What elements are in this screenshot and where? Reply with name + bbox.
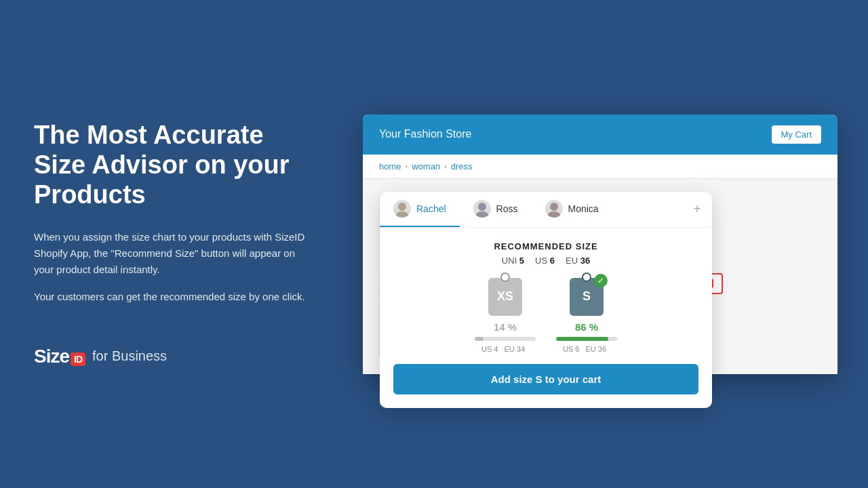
- sub-sizes-xs: US 4 EU 34: [481, 345, 529, 353]
- tab-label-ross: Ross: [496, 203, 518, 214]
- tag-xs: XS: [487, 277, 524, 317]
- logo-area: SizeID for Business: [34, 346, 312, 367]
- breadcrumb: home › woman › dress: [363, 155, 837, 179]
- breadcrumb-woman[interactable]: woman: [412, 161, 440, 171]
- tab-monica[interactable]: Monica: [532, 192, 612, 227]
- tab-ross[interactable]: Ross: [460, 192, 532, 227]
- size-system-eu: EU 36: [566, 256, 590, 266]
- logo-for-business: for Business: [92, 348, 167, 364]
- store-header: Your Fashion Store My Cart: [363, 115, 837, 155]
- rec-title: RECOMMENDED SIZE: [393, 241, 698, 251]
- rec-sizes-row: UNI 5 US 6 EU 36: [393, 256, 698, 266]
- size-system-uni: UNI 5: [502, 256, 524, 266]
- store-window: Your Fashion Store My Cart home › woman …: [363, 115, 837, 374]
- progress-s: [556, 337, 617, 341]
- body-text-1: When you assign the size chart to your p…: [34, 229, 312, 278]
- svg-point-3: [398, 203, 406, 211]
- left-panel: The Most Accurate Size Advisor on your P…: [0, 80, 346, 407]
- headline: The Most Accurate Size Advisor on your P…: [34, 121, 312, 209]
- size-system-us: US 6: [535, 256, 555, 266]
- right-panel: Your Fashion Store My Cart home › woman …: [346, 101, 868, 388]
- avatar-rachel: [393, 200, 411, 218]
- logo-size-text: SizeID: [34, 346, 85, 367]
- sub-eu-s: EU 36: [585, 345, 606, 353]
- fill-s: [556, 337, 608, 341]
- recommendation-popup: Rachel Ross Monica +: [380, 192, 712, 408]
- tab-label-rachel: Rachel: [416, 203, 446, 214]
- rec-option-s: S ✓ 86 % US 6 EU 36: [556, 277, 617, 353]
- tab-label-monica: Monica: [568, 203, 599, 214]
- sub-sizes-s: US 6 EU 36: [563, 345, 610, 353]
- breadcrumb-home[interactable]: home: [379, 161, 401, 171]
- popup-body: RECOMMENDED SIZE UNI 5 US 6 EU 36 XS: [380, 228, 712, 408]
- rec-add-to-cart-button[interactable]: Add size S to your cart: [393, 364, 698, 394]
- progress-xs: [475, 337, 536, 341]
- pct-xs: 14 %: [494, 321, 517, 333]
- size-val-us: 6: [550, 256, 555, 266]
- svg-point-8: [548, 211, 560, 218]
- check-badge-s: ✓: [594, 274, 608, 287]
- pct-s: 86 %: [575, 321, 598, 333]
- sep-1: ›: [406, 162, 408, 170]
- avatar-monica: [545, 200, 563, 218]
- sub-us-xs: US 4: [481, 345, 498, 353]
- mycart-button[interactable]: My Cart: [772, 125, 822, 144]
- svg-point-6: [476, 211, 488, 218]
- popup-tabs: Rachel Ross Monica +: [380, 192, 712, 228]
- tag-body-xs: XS: [488, 278, 522, 316]
- svg-point-7: [550, 203, 558, 211]
- add-profile-button[interactable]: +: [682, 192, 712, 227]
- svg-point-5: [478, 203, 486, 211]
- tag-s: S ✓: [568, 277, 605, 317]
- body-text-2: Your customers can get the recommended s…: [34, 289, 312, 305]
- fill-xs: [475, 337, 484, 341]
- logo-id-badge: ID: [71, 352, 85, 366]
- tab-rachel[interactable]: Rachel: [380, 192, 460, 227]
- store-name: Your Fashion Store: [379, 128, 471, 140]
- size-val-uni: 5: [519, 256, 524, 266]
- breadcrumb-dress[interactable]: dress: [451, 161, 473, 171]
- avatar-ross: [473, 200, 491, 218]
- svg-point-4: [396, 211, 408, 218]
- sub-eu-xs: EU 34: [504, 345, 525, 353]
- rec-options: XS 14 % US 4 EU 34: [393, 277, 698, 353]
- rec-option-xs: XS 14 % US 4 EU 34: [475, 277, 536, 353]
- size-val-eu: 36: [580, 256, 590, 266]
- sub-us-s: US 6: [563, 345, 579, 353]
- sep-2: ›: [444, 162, 447, 170]
